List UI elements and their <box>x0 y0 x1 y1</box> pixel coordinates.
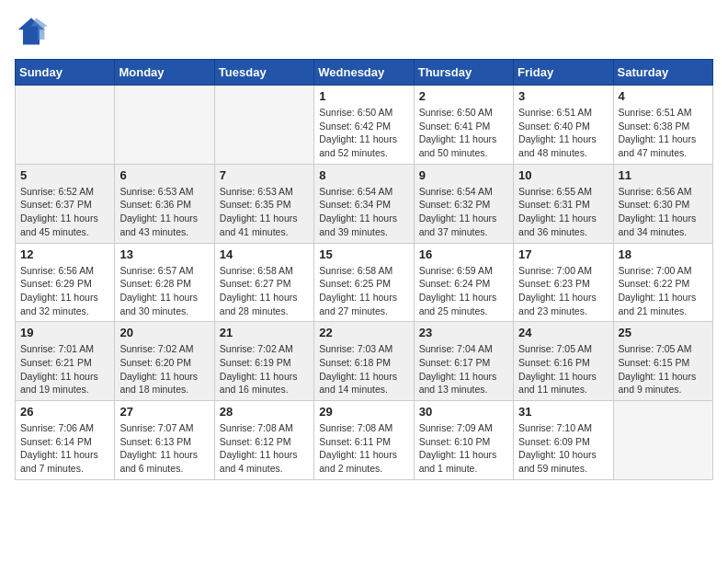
day-number: 19 <box>20 326 109 339</box>
day-number: 8 <box>319 168 408 182</box>
day-info: Sunrise: 7:10 AM Sunset: 6:09 PM Dayligh… <box>518 421 608 476</box>
calendar-cell <box>613 401 712 480</box>
calendar-cell <box>16 86 115 165</box>
day-number: 30 <box>419 405 508 419</box>
day-number: 4 <box>619 89 708 103</box>
calendar-cell: 14Sunrise: 6:58 AM Sunset: 6:27 PM Dayli… <box>214 243 313 322</box>
day-info: Sunrise: 7:01 AM Sunset: 6:21 PM Dayligh… <box>20 342 109 396</box>
day-number: 26 <box>20 405 109 419</box>
day-number: 3 <box>518 89 608 103</box>
day-info: Sunrise: 7:08 AM Sunset: 6:12 PM Dayligh… <box>220 421 309 476</box>
day-info: Sunrise: 7:08 AM Sunset: 6:11 PM Dayligh… <box>319 421 408 476</box>
day-info: Sunrise: 7:02 AM Sunset: 6:20 PM Dayligh… <box>119 342 209 396</box>
day-info: Sunrise: 6:56 AM Sunset: 6:29 PM Dayligh… <box>20 264 109 318</box>
day-number: 10 <box>518 168 608 182</box>
calendar-cell: 6Sunrise: 6:53 AM Sunset: 6:36 PM Daylig… <box>115 164 214 243</box>
calendar-cell: 12Sunrise: 6:56 AM Sunset: 6:29 PM Dayli… <box>16 243 115 322</box>
calendar-cell: 23Sunrise: 7:04 AM Sunset: 6:17 PM Dayli… <box>414 322 513 401</box>
day-info: Sunrise: 7:05 AM Sunset: 6:15 PM Dayligh… <box>619 342 708 396</box>
week-row-3: 12Sunrise: 6:56 AM Sunset: 6:29 PM Dayli… <box>16 243 713 322</box>
day-number: 22 <box>319 326 408 339</box>
calendar-cell: 15Sunrise: 6:58 AM Sunset: 6:25 PM Dayli… <box>314 243 414 322</box>
calendar-cell: 26Sunrise: 7:06 AM Sunset: 6:14 PM Dayli… <box>16 401 115 480</box>
calendar-cell: 7Sunrise: 6:53 AM Sunset: 6:35 PM Daylig… <box>214 164 313 243</box>
day-number: 1 <box>319 89 408 103</box>
day-info: Sunrise: 6:50 AM Sunset: 6:41 PM Dayligh… <box>419 106 508 160</box>
day-number: 27 <box>119 405 209 419</box>
day-info: Sunrise: 6:52 AM Sunset: 6:37 PM Dayligh… <box>20 185 109 239</box>
day-info: Sunrise: 6:58 AM Sunset: 6:25 PM Dayligh… <box>319 264 408 318</box>
day-number: 6 <box>119 168 209 182</box>
day-info: Sunrise: 7:03 AM Sunset: 6:18 PM Dayligh… <box>319 342 408 396</box>
day-info: Sunrise: 7:02 AM Sunset: 6:19 PM Dayligh… <box>220 342 309 396</box>
calendar-cell: 10Sunrise: 6:55 AM Sunset: 6:31 PM Dayli… <box>514 164 613 243</box>
calendar-cell: 31Sunrise: 7:10 AM Sunset: 6:09 PM Dayli… <box>514 401 613 480</box>
day-number: 2 <box>419 89 508 103</box>
calendar-cell <box>214 86 313 165</box>
calendar-cell: 30Sunrise: 7:09 AM Sunset: 6:10 PM Dayli… <box>414 401 513 480</box>
page-header <box>15 15 713 48</box>
day-info: Sunrise: 6:53 AM Sunset: 6:35 PM Dayligh… <box>220 185 309 239</box>
calendar-cell: 4Sunrise: 6:51 AM Sunset: 6:38 PM Daylig… <box>613 86 712 165</box>
day-number: 9 <box>419 168 508 182</box>
header-row: SundayMondayTuesdayWednesdayThursdayFrid… <box>16 60 713 86</box>
day-number: 5 <box>20 168 109 182</box>
calendar-cell: 28Sunrise: 7:08 AM Sunset: 6:12 PM Dayli… <box>214 401 313 480</box>
calendar-cell: 13Sunrise: 6:57 AM Sunset: 6:28 PM Dayli… <box>115 243 214 322</box>
week-row-2: 5Sunrise: 6:52 AM Sunset: 6:37 PM Daylig… <box>16 164 713 243</box>
day-number: 29 <box>319 405 408 419</box>
calendar-cell: 1Sunrise: 6:50 AM Sunset: 6:42 PM Daylig… <box>314 86 414 165</box>
day-info: Sunrise: 7:00 AM Sunset: 6:22 PM Dayligh… <box>619 264 708 318</box>
day-number: 15 <box>319 247 408 261</box>
day-header-sunday: Sunday <box>16 60 115 86</box>
day-info: Sunrise: 6:51 AM Sunset: 6:40 PM Dayligh… <box>518 106 608 160</box>
day-number: 24 <box>518 326 608 339</box>
day-info: Sunrise: 7:05 AM Sunset: 6:16 PM Dayligh… <box>518 342 608 396</box>
day-header-monday: Monday <box>115 60 214 86</box>
day-number: 7 <box>220 168 309 182</box>
day-info: Sunrise: 6:50 AM Sunset: 6:42 PM Dayligh… <box>319 106 408 160</box>
calendar-cell: 3Sunrise: 6:51 AM Sunset: 6:40 PM Daylig… <box>514 86 613 165</box>
day-info: Sunrise: 6:56 AM Sunset: 6:30 PM Dayligh… <box>619 185 708 239</box>
calendar-cell: 9Sunrise: 6:54 AM Sunset: 6:32 PM Daylig… <box>414 164 513 243</box>
logo <box>15 15 51 48</box>
calendar-cell: 24Sunrise: 7:05 AM Sunset: 6:16 PM Dayli… <box>514 322 613 401</box>
day-number: 20 <box>119 326 209 339</box>
day-info: Sunrise: 7:06 AM Sunset: 6:14 PM Dayligh… <box>20 421 109 476</box>
calendar-cell: 19Sunrise: 7:01 AM Sunset: 6:21 PM Dayli… <box>16 322 115 401</box>
calendar-cell: 2Sunrise: 6:50 AM Sunset: 6:41 PM Daylig… <box>414 86 513 165</box>
calendar-cell: 25Sunrise: 7:05 AM Sunset: 6:15 PM Dayli… <box>613 322 712 401</box>
week-row-4: 19Sunrise: 7:01 AM Sunset: 6:21 PM Dayli… <box>16 322 713 401</box>
day-header-friday: Friday <box>514 60 613 86</box>
day-number: 21 <box>220 326 309 339</box>
day-header-thursday: Thursday <box>414 60 513 86</box>
logo-icon <box>15 15 48 48</box>
calendar-cell: 22Sunrise: 7:03 AM Sunset: 6:18 PM Dayli… <box>314 322 414 401</box>
day-info: Sunrise: 6:59 AM Sunset: 6:24 PM Dayligh… <box>419 264 508 318</box>
day-header-saturday: Saturday <box>613 60 712 86</box>
day-info: Sunrise: 6:54 AM Sunset: 6:34 PM Dayligh… <box>319 185 408 239</box>
day-number: 18 <box>619 247 708 261</box>
week-row-1: 1Sunrise: 6:50 AM Sunset: 6:42 PM Daylig… <box>16 86 713 165</box>
calendar-cell: 11Sunrise: 6:56 AM Sunset: 6:30 PM Dayli… <box>613 164 712 243</box>
day-info: Sunrise: 7:04 AM Sunset: 6:17 PM Dayligh… <box>419 342 508 396</box>
calendar-cell: 29Sunrise: 7:08 AM Sunset: 6:11 PM Dayli… <box>314 401 414 480</box>
calendar-cell: 16Sunrise: 6:59 AM Sunset: 6:24 PM Dayli… <box>414 243 513 322</box>
day-number: 28 <box>220 405 309 419</box>
day-number: 16 <box>419 247 508 261</box>
calendar-cell <box>115 86 214 165</box>
day-info: Sunrise: 7:09 AM Sunset: 6:10 PM Dayligh… <box>419 421 508 476</box>
day-info: Sunrise: 6:53 AM Sunset: 6:36 PM Dayligh… <box>119 185 209 239</box>
day-number: 13 <box>119 247 209 261</box>
day-info: Sunrise: 6:54 AM Sunset: 6:32 PM Dayligh… <box>419 185 508 239</box>
day-info: Sunrise: 6:57 AM Sunset: 6:28 PM Dayligh… <box>119 264 209 318</box>
calendar-cell: 21Sunrise: 7:02 AM Sunset: 6:19 PM Dayli… <box>214 322 313 401</box>
calendar-cell: 5Sunrise: 6:52 AM Sunset: 6:37 PM Daylig… <box>16 164 115 243</box>
calendar-cell: 20Sunrise: 7:02 AM Sunset: 6:20 PM Dayli… <box>115 322 214 401</box>
calendar-cell: 17Sunrise: 7:00 AM Sunset: 6:23 PM Dayli… <box>514 243 613 322</box>
day-header-wednesday: Wednesday <box>314 60 414 86</box>
day-header-tuesday: Tuesday <box>214 60 313 86</box>
day-number: 23 <box>419 326 508 339</box>
day-info: Sunrise: 6:55 AM Sunset: 6:31 PM Dayligh… <box>518 185 608 239</box>
day-number: 25 <box>619 326 708 339</box>
